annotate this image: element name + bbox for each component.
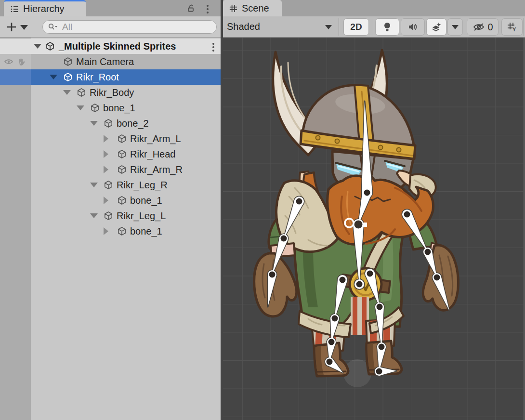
tree-row-leg-l-bone1[interactable]: bone_1	[0, 223, 221, 239]
row-label: Rikr_Body	[90, 85, 134, 100]
hierarchy-panel: Hierarchy	[0, 0, 221, 420]
unity-editor-window: Hierarchy	[0, 0, 525, 420]
collapsed-caret-icon[interactable]	[104, 166, 108, 173]
gameobject-cube-icon	[117, 165, 127, 174]
visibility-eye-icon[interactable]	[4, 58, 13, 65]
gameobject-cube-icon	[63, 72, 73, 82]
scene-toolbar: Shaded 2D	[223, 16, 525, 38]
effects-sparkle-icon	[431, 22, 442, 32]
scene-visibility-button[interactable]: 0	[467, 18, 499, 36]
tree-row-rikr-body[interactable]: Rikr_Body	[0, 85, 221, 100]
tree-row-rikr-leg-r[interactable]: Rikr_Leg_R	[0, 177, 221, 193]
tree-row-rikr-arm-r[interactable]: Rikr_Arm_R	[0, 162, 221, 177]
gameobject-cube-icon	[117, 226, 127, 236]
2d-label: 2D	[350, 22, 362, 32]
scene-grid-icon	[229, 4, 238, 13]
expand-caret-icon[interactable]	[90, 213, 98, 218]
search-icon	[48, 23, 58, 31]
hierarchy-tree: _Multiple Skinned Sprites Main	[0, 38, 221, 420]
tree-row-leg-r-bone1[interactable]: bone_1	[0, 193, 221, 208]
hierarchy-search-field[interactable]	[42, 20, 217, 34]
add-gameobject-button[interactable]	[6, 21, 17, 33]
pickability-hand-icon[interactable]	[17, 58, 26, 66]
scene-viewport[interactable]	[223, 38, 525, 420]
hidden-count-label: 0	[487, 22, 493, 33]
tree-row-rikr-arm-l[interactable]: Rikr_Arm_L	[0, 131, 221, 146]
hierarchy-tab-label: Hierarchy	[23, 3, 65, 14]
gameobject-cube-icon	[104, 211, 113, 221]
eye-slash-icon	[472, 22, 486, 32]
hierarchy-list-icon	[10, 4, 19, 14]
collapsed-caret-icon[interactable]	[104, 197, 108, 204]
grid-axis-icon: Y	[506, 21, 518, 33]
scene-tab-label: Scene	[242, 3, 269, 14]
hierarchy-toolbar	[0, 16, 221, 38]
unity-scene-icon	[45, 41, 55, 51]
row-label: Rikr_Arm_R	[130, 162, 183, 177]
scene-lighting-button[interactable]	[375, 18, 399, 36]
grid-axis-letter: Y	[512, 26, 516, 32]
scene-audio-button[interactable]	[401, 18, 425, 36]
unlock-icon[interactable]	[186, 3, 196, 13]
tree-row-main-camera[interactable]: Main Camera	[0, 54, 221, 69]
scene-kebab-icon[interactable]	[212, 41, 215, 53]
draw-mode-label: Shaded	[227, 21, 260, 32]
scene-panel: Scene Shaded 2D	[223, 0, 525, 420]
collapsed-caret-icon[interactable]	[104, 227, 108, 235]
row-label: bone_1	[103, 100, 135, 116]
gameobject-cube-icon	[117, 149, 127, 159]
scene-effects-button[interactable]	[426, 18, 446, 36]
row-label: bone_2	[117, 116, 149, 131]
tree-row-rikr-head[interactable]: Rikr_Head	[0, 146, 221, 162]
tree-row-bone1[interactable]: bone_1	[0, 100, 221, 116]
gameobject-cube-icon	[90, 103, 100, 113]
expand-caret-icon[interactable]	[90, 183, 98, 187]
expand-caret-icon[interactable]	[90, 121, 98, 126]
row-label: bone_1	[130, 223, 162, 239]
expand-caret-icon[interactable]	[34, 44, 41, 49]
row-label: Rikr_Leg_L	[117, 208, 166, 223]
tree-row-bone2[interactable]: bone_2	[0, 116, 221, 131]
expand-caret-icon[interactable]	[50, 75, 57, 79]
tree-row-rikr-leg-l[interactable]: Rikr_Leg_L	[0, 208, 221, 223]
expand-caret-icon[interactable]	[77, 105, 84, 110]
effects-dropdown-button[interactable]	[447, 18, 463, 36]
chevron-down-icon	[325, 25, 332, 29]
tab-hierarchy[interactable]: Hierarchy	[4, 0, 86, 16]
row-label: bone_1	[130, 193, 162, 208]
row-label: Rikr_Leg_R	[117, 177, 168, 193]
scene-name-label: _Multiple Skinned Sprites	[59, 39, 176, 54]
gameobject-cube-icon	[117, 196, 127, 205]
grid-visibility-button[interactable]: Y	[501, 18, 523, 36]
hierarchy-menu-kebab-icon[interactable]	[206, 3, 209, 15]
row-label: Rikr_Root	[76, 69, 119, 85]
gameobject-cube-icon	[104, 118, 113, 128]
gameobject-cube-icon	[117, 134, 127, 144]
chevron-down-icon	[452, 25, 459, 29]
row-label: Rikr_Arm_L	[130, 131, 181, 146]
light-bulb-icon	[382, 22, 392, 32]
draw-mode-dropdown[interactable]: Shaded	[223, 16, 339, 37]
gameobject-cube-icon	[77, 88, 86, 97]
gameobject-cube-icon	[63, 57, 73, 66]
scene-tab-bar: Scene	[223, 0, 525, 16]
gizmo-square-handle[interactable]	[363, 223, 367, 227]
search-input[interactable]	[61, 21, 196, 33]
tree-row-rikr-root[interactable]: Rikr_Root	[0, 69, 221, 85]
gameobject-cube-icon	[104, 180, 113, 190]
row-label: Main Camera	[76, 54, 134, 69]
expand-caret-icon[interactable]	[63, 90, 71, 95]
tab-scene[interactable]: Scene	[223, 0, 282, 16]
collapsed-caret-icon[interactable]	[104, 150, 108, 158]
row-label: Rikr_Head	[130, 146, 175, 162]
speaker-icon	[407, 22, 418, 32]
add-dropdown-caret-icon[interactable]	[20, 25, 28, 30]
collapsed-caret-icon[interactable]	[104, 135, 108, 143]
toggle-2d-button[interactable]: 2D	[343, 18, 369, 36]
scene-header-row[interactable]: _Multiple Skinned Sprites	[0, 39, 221, 54]
hierarchy-tab-bar: Hierarchy	[0, 0, 221, 16]
